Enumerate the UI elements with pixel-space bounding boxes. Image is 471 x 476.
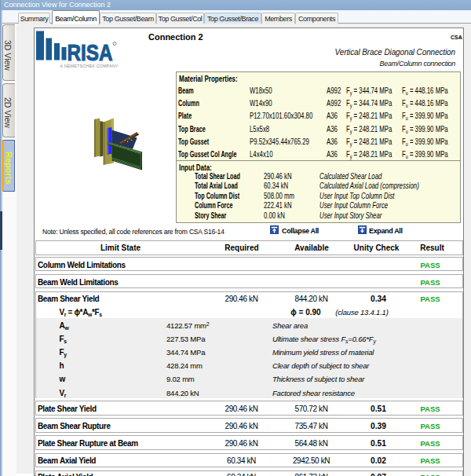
svg-text:A NEMETSCHEK COMPANY: A NEMETSCHEK COMPANY xyxy=(60,64,119,68)
svg-text:RISA: RISA xyxy=(68,39,113,65)
